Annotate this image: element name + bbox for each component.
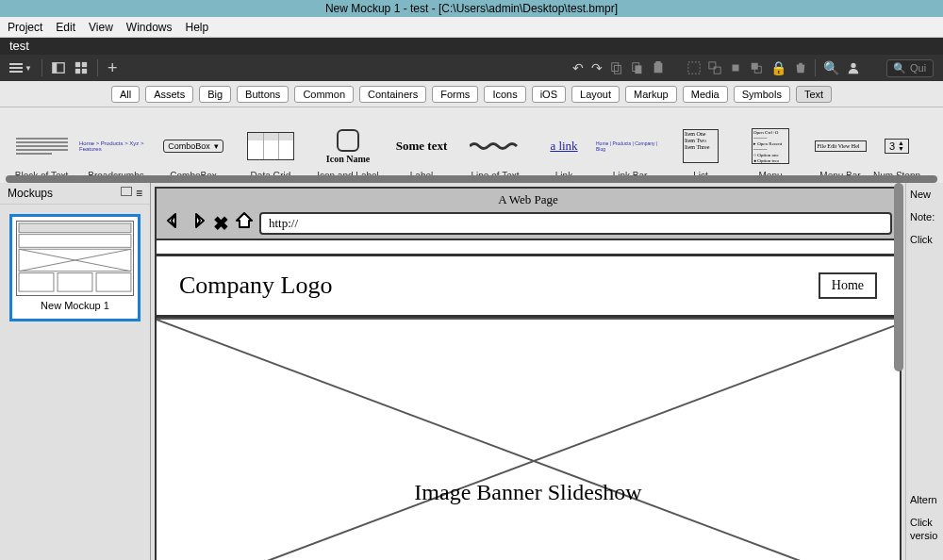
mockup-thumbnail[interactable]: New Mockup 1 bbox=[9, 214, 141, 321]
home-button[interactable]: Home bbox=[819, 272, 877, 299]
cat-markup[interactable]: Markup bbox=[625, 86, 677, 103]
paste-icon[interactable] bbox=[652, 61, 665, 74]
lib-label[interactable]: Some text Label bbox=[389, 111, 455, 183]
panel-list-icon[interactable]: ≡ bbox=[136, 187, 142, 200]
lib-icon-and-label[interactable]: Icon Name Icon and Label bbox=[311, 111, 385, 183]
main-area: Mockups ≡ bbox=[0, 183, 943, 560]
panel-click2[interactable]: Click bbox=[910, 517, 939, 528]
lib-link[interactable]: a link Link bbox=[536, 111, 592, 183]
lib-menu-bar[interactable]: File Edit View Hel Menu Bar bbox=[807, 111, 873, 183]
svg-rect-11 bbox=[655, 61, 660, 64]
cat-all[interactable]: All bbox=[111, 86, 140, 103]
svg-rect-26 bbox=[96, 273, 131, 292]
svg-rect-25 bbox=[58, 273, 92, 292]
window-titlebar: New Mockup 1 - test - [C:\Users\admin\De… bbox=[0, 0, 943, 17]
browser-home-icon[interactable] bbox=[235, 211, 254, 235]
lib-breadcrumbs[interactable]: Home > Products > Xyz > Features Breadcr… bbox=[79, 111, 153, 183]
menu-windows[interactable]: Windows bbox=[126, 21, 173, 34]
svg-rect-13 bbox=[709, 62, 716, 69]
panel-click[interactable]: Click bbox=[910, 234, 939, 245]
menu-help[interactable]: Help bbox=[186, 21, 209, 34]
lib-line-of-text[interactable]: Line of Text bbox=[458, 111, 532, 183]
svg-rect-4 bbox=[75, 69, 80, 74]
svg-rect-9 bbox=[635, 65, 641, 74]
browser-title: A Web Page bbox=[164, 192, 892, 207]
cat-assets[interactable]: Assets bbox=[145, 86, 193, 103]
panel-notes[interactable]: Note: bbox=[910, 211, 939, 222]
duplicate-icon[interactable] bbox=[631, 61, 644, 74]
company-logo-text[interactable]: Company Logo bbox=[179, 272, 333, 300]
ungroup-icon[interactable] bbox=[708, 61, 721, 74]
hamburger-menu-icon[interactable]: ▼ bbox=[9, 63, 32, 73]
browser-window-widget[interactable]: A Web Page ✖ http:// Company Logo Home bbox=[155, 187, 902, 560]
svg-rect-6 bbox=[612, 63, 619, 72]
svg-rect-12 bbox=[688, 62, 700, 74]
svg-rect-1 bbox=[53, 63, 57, 74]
properties-panel: New Note: Click Altern Click versio bbox=[905, 183, 943, 560]
mockups-panel-title: Mockups bbox=[8, 187, 53, 200]
cat-common[interactable]: Common bbox=[294, 86, 354, 103]
lock-icon[interactable]: 🔒 bbox=[770, 60, 786, 75]
lib-link-bar[interactable]: Home | Products | Company | Blog Link Ba… bbox=[596, 111, 664, 183]
redo-icon[interactable]: ↷ bbox=[591, 60, 603, 75]
cat-text[interactable]: Text bbox=[796, 86, 832, 103]
panel-view-icon[interactable] bbox=[121, 187, 132, 196]
canvas-scrollbar[interactable] bbox=[894, 183, 903, 371]
cat-big[interactable]: Big bbox=[199, 86, 231, 103]
search-placeholder: Qui bbox=[910, 62, 926, 74]
person-icon[interactable] bbox=[847, 61, 860, 74]
menu-view[interactable]: View bbox=[89, 21, 113, 34]
bring-front-icon[interactable] bbox=[729, 61, 742, 74]
library-scrollbar[interactable] bbox=[6, 175, 937, 183]
browser-forward-icon[interactable] bbox=[189, 211, 207, 235]
lib-menu[interactable]: Open Ctrl+O────▸ Open Recent────○ Option… bbox=[737, 111, 803, 183]
cat-buttons[interactable]: Buttons bbox=[237, 86, 289, 103]
lib-list[interactable]: Item OneItem TwoItem Three List bbox=[668, 111, 734, 183]
panel-left-icon[interactable] bbox=[52, 61, 65, 74]
panel-new[interactable]: New bbox=[910, 189, 939, 200]
lib-data-grid[interactable]: Data Grid bbox=[234, 111, 307, 183]
zoom-icon[interactable]: 🔍 bbox=[823, 60, 839, 75]
slideshow-label: Image Banner Slideshow bbox=[157, 480, 900, 505]
send-back-icon[interactable] bbox=[750, 61, 763, 74]
svg-line-27 bbox=[157, 320, 900, 560]
canvas-area[interactable]: A Web Page ✖ http:// Company Logo Home bbox=[151, 183, 905, 560]
browser-back-icon[interactable] bbox=[164, 211, 183, 235]
copy-icon[interactable] bbox=[610, 61, 623, 74]
panel-version[interactable]: versio bbox=[910, 530, 939, 541]
panel-alternates[interactable]: Altern bbox=[910, 494, 939, 505]
mockups-panel: Mockups ≡ bbox=[0, 183, 151, 560]
cat-layout[interactable]: Layout bbox=[571, 86, 620, 103]
menubar: Project Edit View Windows Help bbox=[0, 17, 943, 38]
cat-icons[interactable]: Icons bbox=[484, 86, 525, 103]
main-toolbar: ▼ + ↶ ↷ 🔒 🔍 🔍 Qui bbox=[0, 55, 943, 81]
cat-forms[interactable]: Forms bbox=[432, 86, 478, 103]
image-slideshow-widget[interactable]: Image Banner Slideshow bbox=[157, 318, 900, 560]
thumbnail-label: New Mockup 1 bbox=[16, 296, 134, 315]
lib-num-stepper[interactable]: 3▲▼ Num.Stepp bbox=[877, 111, 917, 183]
quick-search[interactable]: 🔍 Qui bbox=[886, 59, 934, 77]
svg-rect-14 bbox=[714, 67, 720, 74]
trash-icon[interactable] bbox=[794, 61, 807, 74]
group-icon[interactable] bbox=[687, 61, 701, 74]
cat-containers[interactable]: Containers bbox=[359, 86, 426, 103]
cat-media[interactable]: Media bbox=[683, 86, 728, 103]
menu-project[interactable]: Project bbox=[8, 21, 42, 34]
svg-rect-3 bbox=[82, 62, 87, 67]
project-name-bar: test bbox=[0, 38, 943, 55]
svg-rect-7 bbox=[614, 65, 620, 74]
svg-rect-19 bbox=[19, 223, 131, 233]
lib-block-of-text[interactable]: Block of Text bbox=[8, 111, 75, 183]
category-bar: All Assets Big Buttons Common Containers… bbox=[0, 81, 943, 107]
undo-icon[interactable]: ↶ bbox=[572, 60, 584, 75]
cat-ios[interactable]: iOS bbox=[532, 86, 566, 103]
cat-symbols[interactable]: Symbols bbox=[734, 86, 790, 103]
menu-edit[interactable]: Edit bbox=[56, 21, 75, 34]
lib-combobox[interactable]: ComboBox▾ ComboBox bbox=[157, 111, 230, 183]
browser-stop-icon[interactable]: ✖ bbox=[213, 212, 229, 235]
grid-view-icon[interactable] bbox=[74, 61, 88, 74]
svg-rect-5 bbox=[82, 69, 87, 74]
component-library[interactable]: Block of Text Home > Products > Xyz > Fe… bbox=[0, 107, 943, 183]
browser-url-bar[interactable]: http:// bbox=[259, 212, 892, 235]
add-icon[interactable]: + bbox=[108, 58, 118, 78]
